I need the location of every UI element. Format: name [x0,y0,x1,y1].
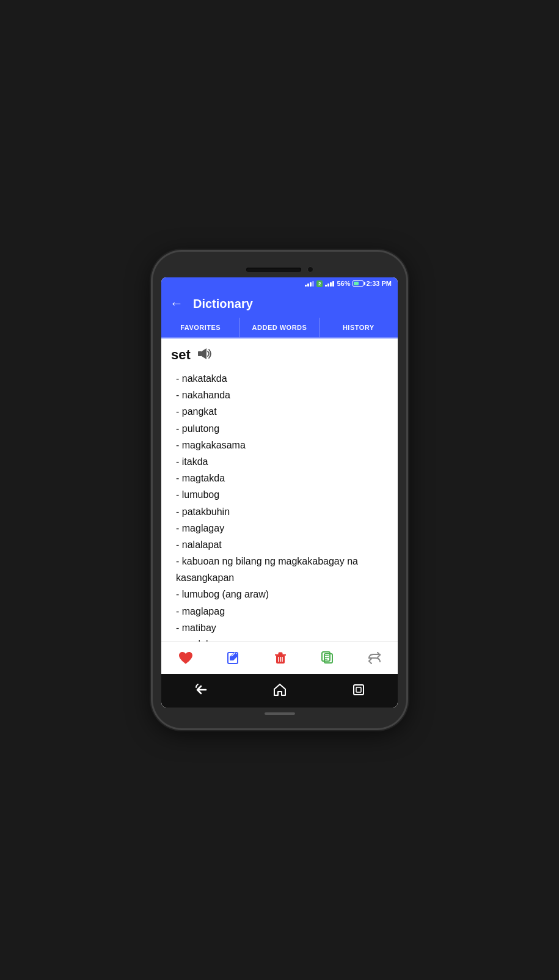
nav-home-icon [272,682,287,697]
copy-icon [320,651,335,665]
definition-item: - nakahanda [176,387,388,403]
favorite-button[interactable] [172,648,200,668]
battery-icon [353,280,364,287]
definition-item: - magtakda [176,470,388,486]
phone-bottom [161,708,398,717]
app-title: Dictionary [193,297,253,311]
definition-item: - paglubog ng araw [176,636,388,642]
back-button[interactable]: ← [170,296,183,312]
tabs-bar: FAVORITES ADDED WORDS HISTORY [161,318,398,338]
sound-icon [197,347,214,360]
phone-screen: 2 56% 2:33 PM ← Dictio [161,277,398,708]
delete-button[interactable] [267,648,294,668]
definition-item: - lumubog (ang araw) [176,586,388,602]
definition-item: - matibay [176,620,388,636]
app-bar: ← Dictionary [161,290,398,318]
home-indicator [265,712,295,715]
definition-item: - patakbuhin [176,503,388,520]
definition-item: - maglagay [176,520,388,536]
nav-back-button[interactable] [184,680,218,703]
definition-item: - maglapag [176,603,388,620]
svg-rect-16 [356,687,361,692]
definition-item: - nakatakda [176,370,388,387]
speaker-grill [246,268,301,272]
tab-favorites[interactable]: FAVORITES [161,318,240,337]
definitions-list: - nakatakda- nakahanda- pangkat- puluton… [171,370,388,642]
svg-marker-1 [202,348,206,359]
definition-item: - magkakasama [176,437,388,453]
definition-item: - itakda [176,453,388,470]
nav-bar [161,674,398,708]
share-button[interactable] [361,648,388,668]
svg-rect-15 [354,685,364,695]
share-icon [367,651,382,665]
sim-badge: 2 [316,280,323,287]
edit-button[interactable] [220,648,247,668]
status-icons: 2 56% 2:33 PM [305,280,392,287]
battery-percent: 56% [337,280,350,287]
phone-device: 2 56% 2:33 PM ← Dictio [153,252,406,728]
status-time: 2:33 PM [366,280,392,287]
tab-history[interactable]: HISTORY [320,318,398,337]
word-title: set [171,347,191,363]
heart-icon [178,651,194,665]
trash-icon [273,651,288,665]
tab-added-words[interactable]: ADDED WORDS [240,318,319,337]
signal-icon-2 [325,281,334,287]
status-bar: 2 56% 2:33 PM [161,277,398,290]
definition-item: - kabuoan ng bilang ng magkakabagay na k… [176,553,388,586]
sound-button[interactable] [197,347,214,363]
svg-rect-6 [279,653,282,655]
definition-item: - pulutong [176,420,388,437]
svg-rect-0 [198,351,202,356]
battery-fill [354,282,359,285]
definition-item: - lumubog [176,486,388,503]
front-camera [307,266,313,272]
definition-item: - pangkat [176,403,388,420]
content-area: set - nakatakda- nakahanda- pangkat- pul… [161,338,398,642]
copy-button[interactable] [314,648,341,668]
action-bar [161,642,398,674]
nav-back-icon [194,682,208,697]
nav-home-button[interactable] [263,680,297,703]
signal-icon-1 [305,281,314,287]
phone-top-bar [161,263,398,277]
definition-item: - nalalapat [176,536,388,553]
nav-recents-button[interactable] [342,680,376,703]
word-header: set [171,347,388,363]
edit-icon [226,651,241,665]
nav-recents-icon [351,682,366,697]
